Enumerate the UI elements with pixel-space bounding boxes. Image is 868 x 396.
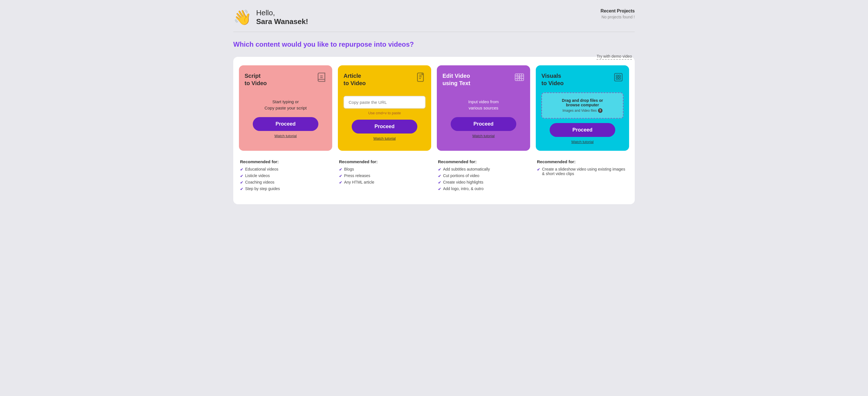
list-item: ✔Listicle videos [240, 173, 331, 178]
check-icon: ✔ [240, 174, 243, 178]
card-edit-video: Edit Videousing Text [437, 65, 530, 151]
check-icon: ✔ [240, 187, 243, 191]
card-article-title: Articleto Video [343, 72, 366, 87]
recommended-article-title: Recommended for: [339, 159, 430, 164]
greeting-name: Sara Wanasek! [256, 17, 308, 26]
list-item: ✔Educational videos [240, 167, 331, 172]
svg-point-12 [519, 77, 520, 78]
paste-hint: Use cmd+v to paste [368, 111, 401, 115]
card-article-to-video: Articleto Video Use cmd+v t [338, 65, 431, 151]
svg-rect-17 [619, 78, 621, 80]
recommended-article: Recommended for: ✔Blogs ✔Press releases … [338, 159, 431, 193]
recommended-edit: Recommended for: ✔Add subtitles automati… [437, 159, 530, 193]
list-item: ✔Coaching videos [240, 180, 331, 185]
check-icon: ✔ [438, 167, 441, 172]
drop-zone-subtext: Images and Video files ? [546, 108, 619, 113]
film-icon [514, 72, 525, 85]
card-visuals-content: Drag and drop files orbrowse computer Im… [541, 92, 623, 144]
card-visuals-to-video: Visualsto Video Drag and [536, 65, 629, 151]
check-icon: ✔ [339, 174, 342, 178]
svg-rect-16 [616, 78, 618, 80]
visuals-watch-tutorial[interactable]: Watch tutorial [571, 140, 594, 144]
cards-outer: Scriptto Video Start typing orCopy paste… [233, 57, 635, 204]
card-article-header: Articleto Video [343, 72, 426, 87]
script-proceed-button[interactable]: Proceed [253, 117, 318, 131]
article-proceed-button[interactable]: Proceed [352, 120, 417, 133]
recent-projects-panel: Recent Projects No projects found ! [600, 8, 635, 19]
drop-zone-title: Drag and drop files orbrowse computer [546, 98, 619, 107]
recommended-script-title: Recommended for: [240, 159, 331, 164]
script-watch-tutorial[interactable]: Watch tutorial [275, 134, 297, 138]
list-item: ✔Cut portions of video [438, 173, 529, 178]
card-edit-description: Input video fromvarious sources [468, 99, 499, 112]
greeting-hello: Hello, [256, 8, 308, 17]
section-title: Which content would you like to repurpos… [233, 40, 635, 49]
check-icon: ✔ [240, 167, 243, 172]
card-edit-title: Edit Videousing Text [442, 72, 470, 87]
greeting-text: Hello, Sara Wanasek! [256, 8, 308, 26]
card-script-content: Start typing orCopy paste your script Pr… [245, 92, 327, 144]
edit-watch-tutorial[interactable]: Watch tutorial [472, 134, 495, 138]
help-icon[interactable]: ? [598, 108, 602, 113]
recommended-grid: Recommended for: ✔Educational videos ✔Li… [239, 159, 629, 193]
check-icon: ✔ [438, 187, 441, 191]
recommended-script-list: ✔Educational videos ✔Listicle videos ✔Co… [240, 167, 331, 191]
recommended-edit-title: Recommended for: [438, 159, 529, 164]
edit-proceed-button[interactable]: Proceed [451, 117, 516, 131]
greeting-section: 👋 Hello, Sara Wanasek! [233, 8, 308, 26]
recent-projects-title: Recent Projects [600, 8, 635, 13]
card-visuals-header: Visualsto Video [541, 72, 623, 87]
document-icon [415, 72, 426, 85]
recommended-script: Recommended for: ✔Educational videos ✔Li… [239, 159, 332, 193]
header: 👋 Hello, Sara Wanasek! Recent Projects N… [233, 8, 635, 26]
check-icon: ✔ [537, 167, 540, 172]
check-icon: ✔ [240, 180, 243, 185]
card-script-header: Scriptto Video [245, 72, 327, 87]
recent-projects-empty: No projects found ! [600, 15, 635, 19]
list-item: ✔Add subtitles automatically [438, 167, 529, 172]
list-item: ✔Press releases [339, 173, 430, 178]
recommended-article-list: ✔Blogs ✔Press releases ✔Any HTML article [339, 167, 430, 185]
header-divider [233, 32, 635, 32]
svg-rect-14 [616, 75, 618, 77]
list-item: ✔Add logo, intro, & outro [438, 186, 529, 191]
wave-emoji: 👋 [233, 10, 252, 25]
svg-rect-13 [615, 73, 622, 81]
list-item: ✔Create a slideshow video using existing… [537, 167, 628, 176]
card-script-description: Start typing orCopy paste your script [265, 99, 307, 112]
url-input[interactable] [343, 96, 426, 109]
list-item: ✔Blogs [339, 167, 430, 172]
book-icon [316, 72, 327, 85]
check-icon: ✔ [339, 180, 342, 185]
card-edit-header: Edit Videousing Text [442, 72, 525, 87]
check-icon: ✔ [339, 167, 342, 172]
list-item: ✔Step by step guides [240, 186, 331, 191]
card-script-to-video: Scriptto Video Start typing orCopy paste… [239, 65, 332, 151]
check-icon: ✔ [438, 180, 441, 185]
recommended-visuals-title: Recommended for: [537, 159, 628, 164]
list-item: ✔Create video highlights [438, 180, 529, 185]
recommended-visuals: Recommended for: ✔Create a slideshow vid… [536, 159, 629, 193]
cards-container: Scriptto Video Start typing orCopy paste… [239, 65, 629, 151]
card-article-content: Use cmd+v to paste Proceed Watch tutoria… [343, 92, 426, 144]
recommended-edit-list: ✔Add subtitles automatically ✔Cut portio… [438, 167, 529, 191]
card-visuals-title: Visualsto Video [541, 72, 564, 87]
card-edit-content: Input video fromvarious sources Proceed … [442, 92, 525, 144]
check-icon: ✔ [438, 174, 441, 178]
article-watch-tutorial[interactable]: Watch tutorial [373, 136, 396, 141]
drop-zone[interactable]: Drag and drop files orbrowse computer Im… [541, 92, 623, 119]
list-item: ✔Any HTML article [339, 180, 430, 185]
svg-rect-15 [619, 75, 621, 77]
recommended-visuals-list: ✔Create a slideshow video using existing… [537, 167, 628, 176]
gallery-icon [613, 72, 623, 85]
demo-video-link[interactable]: Try with demo video [596, 54, 632, 60]
visuals-proceed-button[interactable]: Proceed [550, 123, 615, 137]
card-script-title: Scriptto Video [245, 72, 267, 87]
